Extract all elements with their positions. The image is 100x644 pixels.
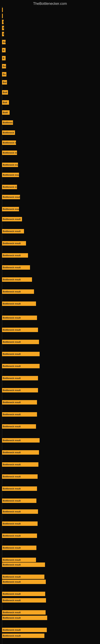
bar: Bottleneck result [2,562,45,567]
bar-label: Bottlenec [3,121,13,124]
bar-label: E [3,21,3,23]
bar-row: Bottleneck result [2,562,45,567]
bar-row: Bottleneck result [2,217,22,222]
bar: Bottleneck result [2,277,32,282]
bar-row: Bottleneck result [2,522,38,526]
bar-label: Bottleneck result [3,617,21,619]
bar: Bottleneck result [2,400,37,404]
bar-label: Bottleneck result [3,218,21,220]
bar-row: Bottleneck result [2,277,32,282]
bar: Bottleneck result [2,462,38,467]
bar: Bottleneck result [2,486,37,491]
bar-label: Bottleneck result [3,599,21,602]
bar: Bottleneck result [2,498,36,503]
bar-label: Bottleneck result [3,174,19,176]
bar-row: Bottleneck resu [2,207,19,211]
bar: Bottleneck result [2,352,40,356]
bar-row: Bot [2,80,7,84]
bar: Bottleneck result [2,580,46,584]
bar-label: Bottleneck [3,132,14,134]
bar-row: Bottleneck result [2,438,40,442]
bar: B [2,56,6,60]
bar: Bottleneck result [2,610,46,614]
bar: Bottleneck [2,130,15,135]
bar-label: Bottleneck resu [3,164,18,166]
bar-label: Bottleneck result [3,475,21,478]
bar: Bottleneck resu [2,207,19,211]
chart-container: TheBottlenecker.com EBEBoBBBoBoBotBottBo… [0,0,100,644]
bar-row: Bottleneck result [2,509,38,514]
bar-label: Bott [3,91,7,94]
bar: Bottleneck result [2,450,39,454]
bar-label: Bottleneck result [3,546,21,549]
bar-row [2,8,3,12]
bar: B [2,48,6,52]
bar: Bottleneck result [2,474,38,479]
bar-label: Bottleneck result [3,500,21,502]
bar-label: Bottleneck result [3,266,21,269]
bar-label: Bottleneck resu [3,208,19,210]
bar: Bottleneck result [2,241,26,246]
bar-label: B [3,27,4,29]
bar-row: Bottleneck result [2,316,37,320]
bar: Bottleneck result [2,229,24,234]
bar-label: Bottleneck result [3,329,21,331]
bar: Bottleneck result [2,628,47,632]
bar-label: Bottleneck result [3,510,21,513]
bar-row: Bottleneck result [2,574,44,579]
bar: B [2,26,4,30]
bar-label: Bo [3,73,6,76]
bar-row: Bottleneck result [2,486,37,491]
bar-row: Bottleneck result [2,400,37,404]
bar-row: Bottleneck result [2,546,36,550]
bar-row: B [2,56,6,60]
bar-row: Bottlenec [2,120,13,125]
bar: Bott [2,100,9,105]
bar: Bottleneck result [2,195,20,199]
bar-label: Bott [3,101,7,104]
bar-label: Bottleneck result [3,152,17,154]
bar-row: Bottleneck result [2,412,37,416]
bar-label: Bottleneck result [3,230,21,232]
bar-row: Bottleneck result [2,328,38,332]
bar-label: Bo [3,41,6,43]
bar-row: Bottleneck result [2,265,30,270]
bar-row: Bottleneck result [2,352,40,356]
bar: Bottleneck result [2,340,39,344]
bar-label: Bottleneck re [3,186,17,188]
bar: Bottleneck result [2,364,40,368]
bar-label: Bottleneck result [3,522,21,525]
bar: Bottleneck result [2,616,47,620]
bar-row: Bottleneck result [2,150,17,155]
bar: Bottleneck result [2,592,45,596]
bar-row: Bottleneck result [2,580,46,584]
bar-label: Bottleneck result [3,365,21,367]
bar-row: Bottleneck result [2,598,46,602]
bar-row: Bottleneck result [2,558,36,562]
bar-row: Bottleneck result [2,462,38,467]
bar-row: Bottleneck result [2,424,36,429]
bar-row: Bo [2,72,6,76]
bar-label: Bottleneck result [3,634,21,637]
bar-label: Bottleneck result [3,389,21,392]
bar: Bottleneck result [2,598,46,602]
bar: Bottl [2,110,10,115]
bar-row: Bottleneck result [2,534,37,538]
bar-row [2,14,3,18]
bar [2,8,3,12]
bar-label: Bottleneck result [3,413,21,416]
bar: Bottleneck result [2,424,36,429]
bar-row: Bottleneck result [2,290,34,294]
bar-row: Bottl [2,110,10,115]
bar-row: Bottleneck result [2,388,38,392]
bar: Bottleneck result [2,412,37,416]
bar: Bottleneck result [2,173,19,177]
bar: Bottleneck result [2,509,38,514]
bar: Bottleneck resu [2,162,18,167]
bar-label: Bottleneck result [3,576,21,578]
bar-label: Bottleneck result [3,254,21,256]
bar: Bottleneck result [2,438,40,442]
bar-label: Bot [3,81,6,84]
bar-row: Bottleneck result [2,498,36,503]
bar-row: Bottleneck result [2,616,47,620]
